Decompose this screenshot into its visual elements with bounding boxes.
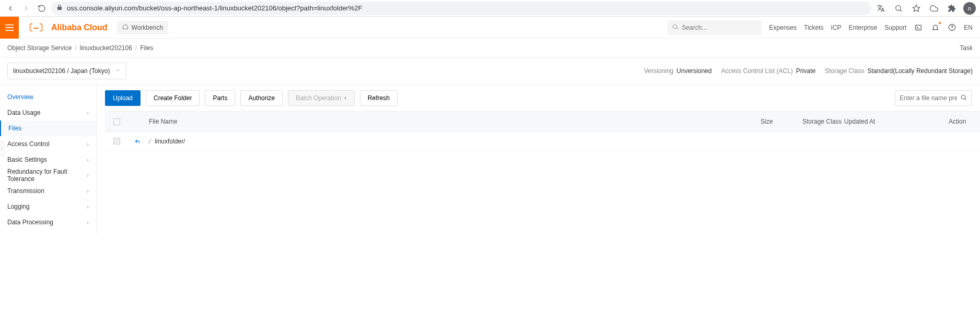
- file-prefix-input[interactable]: [900, 94, 957, 102]
- parts-button[interactable]: Parts: [205, 90, 235, 106]
- col-size: Size: [761, 118, 802, 125]
- zoom-icon[interactable]: [892, 2, 905, 15]
- profile-avatar[interactable]: n: [963, 2, 976, 15]
- chevron-right-icon: ›: [87, 203, 89, 210]
- star-icon[interactable]: [910, 2, 923, 15]
- storage-class-label: Storage Class: [825, 67, 864, 75]
- bucket-selector-label: linuxbucket202106 / Japan (Tokyo): [13, 67, 110, 75]
- folder-prefix-icon: /: [149, 138, 150, 145]
- chevron-right-icon: ›: [87, 141, 89, 147]
- workbench-button[interactable]: Workbench: [117, 21, 168, 34]
- chevron-right-icon: ›: [87, 172, 89, 178]
- table-row: / linuxfolder/: [105, 132, 980, 151]
- versioning-value: Unversioned: [676, 67, 711, 75]
- link-tickets[interactable]: Tickets: [804, 24, 824, 31]
- sidebar-item-transmission[interactable]: Transmission›: [0, 183, 96, 199]
- search-icon: [672, 23, 679, 32]
- create-folder-button[interactable]: Create Folder: [146, 90, 200, 106]
- crumb-current: Files: [140, 44, 153, 52]
- help-icon[interactable]: [947, 23, 956, 32]
- svg-point-12: [961, 95, 965, 99]
- svg-point-0: [896, 5, 901, 10]
- parent-folder-icon[interactable]: [128, 138, 147, 145]
- refresh-button[interactable]: Refresh: [360, 90, 398, 106]
- lang-indicator[interactable]: EN: [964, 24, 973, 31]
- file-table: File Name Size Storage Class Updated At …: [105, 111, 980, 151]
- select-all-checkbox[interactable]: [113, 118, 120, 125]
- forward-icon[interactable]: [20, 2, 32, 15]
- svg-marker-2: [913, 5, 919, 11]
- file-prefix-search[interactable]: [895, 90, 972, 106]
- sidebar-item-redundancy[interactable]: Redundancy for Fault Tolerance›: [0, 167, 96, 183]
- menu-toggle[interactable]: [0, 17, 19, 39]
- svg-point-6: [673, 25, 677, 29]
- col-action: Action: [949, 118, 980, 125]
- crumb-bucket[interactable]: linuxbucket202106: [80, 44, 132, 52]
- sidebar-item-data-processing[interactable]: Data Processing›: [0, 214, 96, 230]
- svg-rect-8: [916, 25, 921, 30]
- row-checkbox[interactable]: [113, 138, 120, 145]
- brand-logo[interactable]: 〔–〕 Alibaba Cloud: [19, 21, 113, 34]
- upload-button[interactable]: Upload: [105, 90, 141, 106]
- acl-value: Private: [796, 67, 815, 75]
- sidebar-item-logging[interactable]: Logging›: [0, 199, 96, 214]
- task-link[interactable]: Task: [960, 44, 973, 52]
- back-icon[interactable]: [4, 2, 17, 15]
- puzzle-icon[interactable]: [946, 2, 958, 15]
- sidebar-item-overview[interactable]: Overview: [0, 89, 96, 105]
- bell-icon[interactable]: [930, 23, 940, 32]
- file-name-text: linuxfolder/: [155, 138, 185, 145]
- selector-row: linuxbucket202106 / Japan (Tokyo) Versio…: [0, 57, 980, 85]
- svg-point-11: [952, 29, 952, 29]
- shell-icon[interactable]: [914, 23, 923, 32]
- crumb-root[interactable]: Object Storage Service: [7, 44, 72, 52]
- svg-line-7: [676, 28, 678, 29]
- sidebar-item-basic-settings[interactable]: Basic Settings›: [0, 152, 96, 167]
- svg-rect-5: [5, 30, 14, 31]
- acl-label: Access Control List (ACL): [721, 67, 792, 75]
- sidebar: Overview Data Usage› Files Access Contro…: [0, 85, 97, 234]
- link-expenses[interactable]: Expenses: [769, 24, 797, 31]
- sidebar-item-access-control[interactable]: Access Control›: [0, 136, 96, 152]
- bucket-info: VersioningUnversioned Access Control Lis…: [644, 67, 973, 75]
- browser-extensions: n: [874, 2, 976, 15]
- address-bar[interactable]: oss.console.aliyun.com/bucket/oss-ap-nor…: [51, 2, 871, 15]
- expand-handle[interactable]: ›: [0, 141, 5, 156]
- file-toolbar: Upload Create Folder Parts Authorize Bat…: [105, 90, 980, 106]
- svg-rect-4: [5, 27, 14, 28]
- col-storage-class: Storage Class: [802, 118, 844, 125]
- brand-text: Alibaba Cloud: [51, 23, 108, 32]
- browser-chrome: oss.console.aliyun.com/bucket/oss-ap-nor…: [0, 0, 980, 17]
- chevron-right-icon: ›: [87, 188, 89, 194]
- link-enterprise[interactable]: Enterprise: [849, 24, 878, 31]
- translate-icon[interactable]: [874, 2, 887, 15]
- svg-line-13: [965, 99, 966, 100]
- main-area: › Overview Data Usage› Files Access Cont…: [0, 85, 980, 234]
- app-header: 〔–〕 Alibaba Cloud Workbench Expenses Tic…: [0, 17, 980, 39]
- bucket-selector[interactable]: linuxbucket202106 / Japan (Tokyo): [7, 63, 126, 79]
- reload-icon[interactable]: [36, 2, 48, 15]
- global-search[interactable]: [668, 20, 762, 35]
- file-name-cell[interactable]: / linuxfolder/: [147, 138, 761, 145]
- sidebar-item-data-usage[interactable]: Data Usage›: [0, 105, 96, 121]
- workbench-label: Workbench: [132, 24, 163, 31]
- link-icp[interactable]: ICP: [831, 24, 842, 31]
- sidebar-item-files[interactable]: Files: [0, 121, 96, 136]
- content: Upload Create Folder Parts Authorize Bat…: [97, 85, 980, 234]
- col-updated-at: Updated At: [844, 118, 949, 125]
- chevron-down-icon: [115, 67, 121, 75]
- table-header: File Name Size Storage Class Updated At …: [105, 111, 980, 132]
- home-icon: [122, 23, 129, 31]
- chevron-down-icon: ▾: [344, 95, 347, 101]
- cloud-ext-icon[interactable]: [928, 2, 940, 15]
- chevron-right-icon: ›: [87, 110, 89, 116]
- svg-line-1: [900, 9, 902, 11]
- url-text: oss.console.aliyun.com/bucket/oss-ap-nor…: [67, 4, 362, 12]
- authorize-button[interactable]: Authorize: [240, 90, 283, 106]
- search-icon: [960, 94, 967, 102]
- breadcrumb: Object Storage Service / linuxbucket2021…: [7, 44, 154, 52]
- versioning-label: Versioning: [644, 67, 673, 75]
- search-input[interactable]: [682, 24, 757, 31]
- link-support[interactable]: Support: [884, 24, 906, 31]
- breadcrumb-row: Object Storage Service / linuxbucket2021…: [0, 39, 980, 57]
